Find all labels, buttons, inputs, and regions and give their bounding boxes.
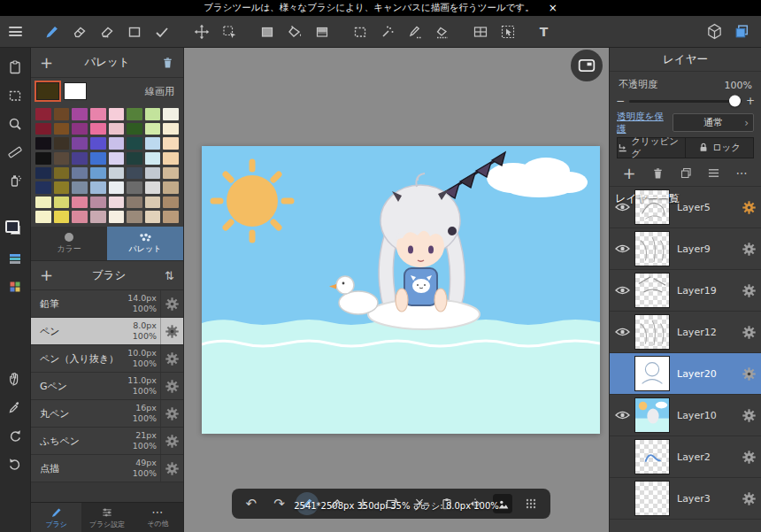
gear-icon[interactable]: [737, 450, 761, 465]
layer-row[interactable]: Layer19: [610, 270, 761, 312]
add-layer-button[interactable]: +: [622, 166, 635, 181]
brush-item[interactable]: 点描49px100%: [31, 455, 183, 482]
eraser-tool-button[interactable]: [65, 19, 93, 45]
palette-color[interactable]: [145, 211, 161, 223]
palette-color[interactable]: [145, 123, 161, 135]
palette-color[interactable]: [90, 123, 106, 135]
delete-palette-color-button[interactable]: [161, 56, 174, 70]
palette-color[interactable]: [109, 181, 125, 194]
snap-tool-button[interactable]: [148, 19, 175, 45]
ruler-icon[interactable]: [0, 138, 31, 166]
select-eraser-tool-button[interactable]: [428, 19, 456, 45]
palette-color[interactable]: [127, 152, 142, 165]
layer-menu-button[interactable]: [707, 167, 720, 179]
palette-color[interactable]: [127, 137, 142, 150]
gear-icon[interactable]: [160, 400, 183, 427]
gradient-tool-button[interactable]: [308, 19, 335, 45]
palette-color[interactable]: [72, 123, 88, 135]
layer-row[interactable]: Layer10: [610, 395, 761, 436]
palette-color[interactable]: [127, 108, 142, 120]
layer-row[interactable]: Layer3: [610, 478, 761, 520]
palette-color[interactable]: [35, 137, 51, 150]
tab-palette[interactable]: パレット: [107, 227, 183, 260]
canvas-artwork[interactable]: [202, 146, 600, 434]
palette-color[interactable]: [35, 181, 51, 194]
layer-row[interactable]: Layer20: [610, 353, 761, 395]
eyedropper-icon[interactable]: [0, 393, 31, 421]
palette-color[interactable]: [90, 167, 106, 180]
current-color-swatch[interactable]: [36, 82, 59, 100]
palette-color[interactable]: [35, 123, 51, 135]
gear-icon[interactable]: [737, 283, 761, 298]
menu-icon[interactable]: [0, 19, 31, 45]
palette-icon[interactable]: [0, 273, 31, 301]
soft-eraser-tool-button[interactable]: [93, 19, 120, 45]
save-button[interactable]: [351, 492, 374, 515]
palette-color[interactable]: [127, 181, 142, 194]
brush-item[interactable]: ふちペン21px100%: [31, 428, 183, 455]
gear-icon[interactable]: [160, 290, 183, 317]
paste-button[interactable]: [435, 492, 458, 515]
select-icon[interactable]: [0, 81, 31, 110]
palette-color[interactable]: [72, 137, 88, 150]
transform-button[interactable]: [380, 492, 403, 515]
grid-view-button[interactable]: [466, 19, 494, 45]
redo-button[interactable]: ↷: [267, 492, 290, 515]
lock-button[interactable]: ロック: [685, 137, 754, 158]
layer-row[interactable]: Layer12: [610, 312, 761, 353]
gear-icon[interactable]: [737, 200, 761, 215]
palette-color[interactable]: [163, 181, 179, 194]
eye-icon[interactable]: [610, 243, 634, 254]
gear-icon[interactable]: [737, 408, 761, 423]
palette-color[interactable]: [163, 123, 179, 135]
magic-wand-tool-button[interactable]: [373, 19, 401, 45]
palette-color[interactable]: [54, 197, 70, 209]
opacity-increase-button[interactable]: +: [746, 95, 755, 107]
tab-brush[interactable]: ブラシ: [31, 503, 81, 532]
blend-mode-button[interactable]: 通常 ›: [673, 113, 754, 132]
duplicate-layer-button[interactable]: [680, 166, 693, 180]
layer-row[interactable]: Layer2: [610, 436, 761, 478]
palette-color[interactable]: [72, 197, 88, 209]
airbrush-icon[interactable]: [0, 166, 31, 195]
palette-color[interactable]: [127, 167, 142, 180]
canvas-area[interactable]: 2541*2508px 350dpi 35% ブラシ: 8.0px 100% ↶…: [184, 48, 609, 532]
palette-color[interactable]: [90, 181, 106, 194]
palette-color[interactable]: [109, 167, 125, 180]
palette-color[interactable]: [90, 137, 106, 150]
palette-color[interactable]: [90, 152, 106, 165]
fill-rect-tool-button[interactable]: [253, 19, 281, 45]
palette-color[interactable]: [35, 108, 51, 120]
eye-icon[interactable]: [610, 202, 634, 212]
opacity-decrease-button[interactable]: −: [616, 95, 625, 107]
opacity-slider-knob[interactable]: [729, 96, 741, 107]
cut-button[interactable]: [408, 492, 431, 515]
palette-color[interactable]: [127, 197, 142, 209]
layer-row[interactable]: Layer5: [610, 187, 761, 228]
transform-tool-button[interactable]: [215, 19, 242, 45]
add-palette-color-button[interactable]: +: [40, 55, 53, 71]
clipping-button[interactable]: クリッピング: [617, 137, 685, 158]
text-tool-button[interactable]: T: [530, 19, 557, 45]
palette-color[interactable]: [145, 152, 161, 165]
add-brush-button[interactable]: +: [40, 267, 53, 283]
tab-others[interactable]: ⋯ その他: [133, 503, 183, 532]
select-cursor-button[interactable]: [494, 19, 521, 45]
palette-color[interactable]: [145, 181, 161, 194]
gear-icon[interactable]: [160, 373, 183, 399]
color-swatch[interactable]: [0, 218, 31, 244]
canvas-overlay-button[interactable]: [571, 50, 603, 81]
palette-color[interactable]: [72, 152, 88, 165]
palette-color[interactable]: [90, 211, 106, 223]
palette-color[interactable]: [145, 197, 161, 209]
select-rect-tool-button[interactable]: [346, 19, 373, 45]
select-pen-tool-button[interactable]: [401, 19, 428, 45]
clipboard-icon[interactable]: [0, 53, 31, 81]
palette-color[interactable]: [109, 152, 125, 165]
palette-color[interactable]: [54, 211, 70, 223]
opacity-slider[interactable]: [629, 100, 742, 103]
gear-icon[interactable]: [737, 366, 761, 382]
palette-color[interactable]: [163, 152, 179, 165]
protect-alpha-link[interactable]: 透明度を保護: [617, 111, 673, 135]
eye-icon[interactable]: [610, 327, 634, 337]
